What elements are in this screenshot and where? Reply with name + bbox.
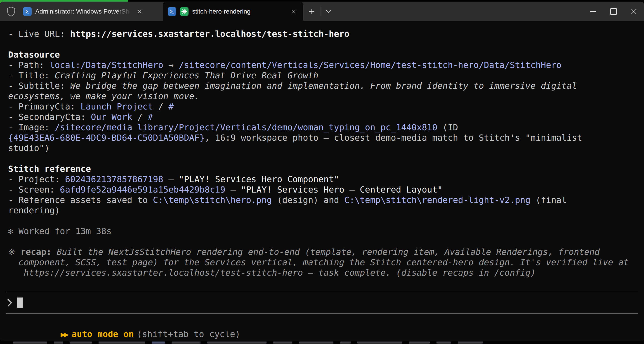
terminal-line: - Subtitle: We bridge the gap between im… (8, 81, 644, 91)
terminal-link[interactable]: 6024362137857867198 (65, 174, 164, 184)
terminal-text: ecosystems, we make your vision move. (8, 91, 199, 101)
terminal-text: rendering) (8, 205, 60, 215)
terminal-text: - Title: (8, 70, 55, 80)
input-separator-top (6, 292, 638, 292)
mode-hint: (shift+tab to cycle) (137, 329, 240, 339)
terminal-line: - Live URL: https://services.sxastarter.… (8, 29, 644, 39)
terminal-line: component, SCSS, test page) for the Serv… (8, 257, 644, 267)
terminal-link[interactable]: C:\temp\stitch\rendered-light-v2.png (344, 195, 530, 205)
terminal-window: Administrator: Windows PowerShell (0, 2, 644, 341)
terminal-line: https://services.sxastarter.localhost/te… (8, 267, 644, 278)
terminal-link[interactable]: https://services.sxastarter.localhost/te… (70, 29, 350, 39)
close-icon (630, 8, 637, 15)
terminal-text: - Image: (8, 122, 55, 132)
terminal-line: Stitch reference (8, 164, 644, 174)
terminal-text: - Project: (8, 174, 65, 184)
new-tab-button[interactable] (303, 5, 320, 18)
terminal-link[interactable]: https://services.sxastarter.localhost/te… (8, 268, 536, 278)
terminal-link[interactable]: C:\temp\stitch\hero.png (153, 195, 272, 205)
background-window-text-sliver (13, 342, 574, 344)
close-tab-icon[interactable] (135, 6, 145, 16)
tab-stitch-hero-rendering[interactable]: stitch-hero-rendering (163, 2, 303, 21)
terminal-link[interactable]: # (168, 102, 174, 112)
terminal-line: ✻ Worked for 13m 38s (8, 226, 644, 236)
command-input[interactable] (7, 297, 22, 309)
terminal-line: ※ recap: Built the NextJsStitchHero rend… (8, 247, 644, 257)
admin-shield-icon (6, 6, 16, 17)
tab-title: stitch-hero-rendering (192, 8, 285, 15)
terminal-link[interactable]: 6afd9fe52a9446e591a15eb4429b8c19 (60, 185, 225, 194)
terminal-text: We bridge the gap between imagination an… (70, 81, 577, 91)
terminal-text: ※ (8, 247, 20, 257)
tab-dropdown-button[interactable] (322, 5, 336, 18)
terminal-link[interactable]: local:/Data/StitchHero (50, 60, 163, 70)
terminal-text: - Reference assets saved to (8, 195, 153, 205)
terminal-text: - Subtitle: (8, 81, 70, 91)
terminal-text: ✻ (8, 226, 18, 236)
powershell-icon (23, 7, 32, 16)
terminal-text: (final (530, 195, 567, 205)
terminal-text: component, SCSS, test page) for the Serv… (8, 257, 629, 267)
terminal-line: - Reference assets saved to C:\temp\stit… (8, 195, 644, 205)
terminal-line: - Image: /sitecore/media library/Project… (8, 122, 644, 133)
terminal-line: - PrimaryCta: Launch Project / # (8, 101, 644, 112)
terminal-text: / (153, 102, 169, 112)
terminal-text: — (225, 185, 241, 194)
terminal-text: studio") (8, 143, 50, 153)
terminal-line: - Screen: 6afd9fe52a9446e591a15eb4429b8c… (8, 184, 644, 195)
terminal-text: / (132, 112, 148, 122)
mode-status-line: ▶▶auto mode on(shift+tab to cycle) (19, 319, 240, 329)
desktop-background: Administrator: Windows PowerShell (0, 0, 644, 344)
terminal-line: studio") (8, 143, 644, 153)
terminal-text: Stitch reference (8, 164, 91, 174)
terminal-text: , 16:9 workspace photo — closest demo-me… (204, 133, 582, 143)
terminal-text: Datasource (8, 50, 60, 60)
tab-title: Administrator: Windows PowerShell (35, 8, 131, 15)
terminal-text: "PLAY! Services Hero — Centered Layout" (241, 185, 442, 194)
terminal-text: — (163, 174, 179, 184)
terminal-text: "PLAY! Services Hero Component" (179, 174, 339, 184)
titlebar-divider (320, 7, 321, 16)
terminal-line: - Project: 6024362137857867198 — "PLAY! … (8, 174, 644, 184)
terminal-text: (design) and (272, 195, 344, 205)
terminal-link[interactable]: {49E43EA6-680E-4DC9-BD64-C50D1A50BDAF} (8, 133, 204, 143)
terminal-line: - SecondaryCta: Our Work / # (8, 112, 644, 122)
input-separator-bottom (6, 313, 638, 314)
auto-mode-arrows-icon: ▶▶ (60, 330, 68, 339)
terminal-text: Worked for 13m 38s (18, 226, 112, 236)
terminal-link[interactable]: /sitecore/media library/Project/Vertical… (55, 122, 438, 132)
tab-administrator-powershell[interactable]: Administrator: Windows PowerShell (18, 2, 156, 21)
terminal-text: - Live URL: (8, 29, 70, 39)
terminal-line: {49E43EA6-680E-4DC9-BD64-C50D1A50BDAF}, … (8, 133, 644, 143)
close-tab-icon[interactable] (289, 6, 299, 16)
terminal-line: ecosystems, we make your vision move. (8, 91, 644, 101)
terminal-line (8, 236, 644, 247)
terminal-link[interactable]: # (148, 112, 153, 122)
terminal-text: - SecondaryCta: (8, 112, 91, 122)
terminal-line (8, 39, 644, 49)
terminal-text: → (163, 60, 179, 70)
close-button[interactable] (624, 2, 644, 21)
chevron-down-icon (326, 10, 331, 13)
terminal-link[interactable]: Our Work (91, 112, 132, 122)
minimize-button[interactable] (583, 2, 603, 21)
terminal-line (8, 216, 644, 226)
plus-icon (308, 8, 315, 15)
maximize-icon (610, 8, 617, 15)
terminal-line: Datasource (8, 49, 644, 60)
claude-spark-icon (180, 7, 188, 16)
text-cursor (17, 298, 22, 308)
terminal-link[interactable]: Launch Project (80, 102, 153, 112)
maximize-button[interactable] (603, 2, 624, 21)
terminal-link[interactable]: /sitecore/content/Verticals/Services/Hom… (179, 60, 562, 70)
minimize-icon (590, 11, 596, 12)
titlebar[interactable]: Administrator: Windows PowerShell (0, 2, 644, 21)
terminal-line: - Path: local:/Data/StitchHero → /siteco… (8, 60, 644, 70)
terminal-output: - Live URL: https://services.sxastarter.… (8, 29, 644, 278)
prompt-chevron-icon (7, 298, 13, 307)
terminal-text: - Screen: (8, 185, 60, 194)
terminal-line: - Title: Crafting Playful Experiences Th… (8, 70, 644, 81)
auto-mode-label: auto mode on (72, 329, 134, 339)
terminal-line (8, 153, 644, 164)
terminal-text: Crafting Playful Experiences That Drive … (55, 70, 318, 80)
